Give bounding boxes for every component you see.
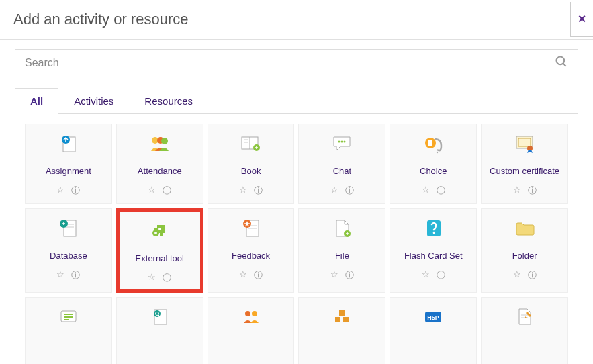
activity-label: Database bbox=[50, 245, 87, 267]
activity-label: Flash Card Set bbox=[404, 245, 463, 267]
search-container bbox=[15, 49, 578, 77]
info-icon[interactable]: ⓘ bbox=[437, 185, 445, 197]
folder-icon bbox=[514, 216, 535, 241]
star-icon[interactable]: ☆ bbox=[148, 272, 156, 284]
activity-choice[interactable]: Choice ☆ ⓘ bbox=[390, 124, 477, 204]
info-icon[interactable]: ⓘ bbox=[345, 269, 354, 281]
activity-label: External tool bbox=[136, 248, 184, 269]
activity-label: Choice bbox=[420, 161, 447, 182]
h5p-icon: H5P bbox=[422, 304, 444, 330]
info-icon[interactable]: ⓘ bbox=[528, 269, 537, 281]
card-actions: ☆ ⓘ bbox=[239, 269, 263, 281]
activity-assignment[interactable]: Assignment ☆ ⓘ bbox=[25, 124, 112, 204]
glossary-icon bbox=[150, 304, 169, 330]
chat-icon bbox=[331, 131, 353, 156]
card-actions: ☆ ⓘ bbox=[513, 185, 537, 197]
svg-point-0 bbox=[557, 57, 565, 65]
page-icon bbox=[516, 304, 533, 330]
search-input[interactable] bbox=[25, 57, 555, 69]
info-icon[interactable]: ⓘ bbox=[345, 185, 354, 197]
star-icon[interactable]: ☆ bbox=[148, 185, 156, 197]
activity-partial-0[interactable] bbox=[25, 297, 112, 364]
info-icon[interactable]: ⓘ bbox=[254, 269, 263, 281]
choice-icon bbox=[422, 131, 444, 156]
card-actions: ☆ ⓘ bbox=[330, 269, 354, 281]
star-icon[interactable]: ☆ bbox=[330, 185, 338, 197]
dialog-content: All Activities Resources Assignment ☆ ⓘ bbox=[0, 40, 593, 364]
activity-book[interactable]: Book ☆ ⓘ bbox=[208, 124, 295, 204]
activity-partial-3[interactable] bbox=[298, 297, 385, 364]
activity-folder[interactable]: Folder ☆ ⓘ bbox=[481, 208, 568, 293]
database-icon bbox=[58, 216, 79, 241]
boxes-icon bbox=[332, 304, 352, 330]
activity-label: Folder bbox=[512, 245, 537, 267]
info-icon[interactable]: ⓘ bbox=[163, 272, 171, 284]
card-actions: ☆ ⓘ bbox=[513, 269, 537, 281]
svg-line-1 bbox=[563, 64, 566, 66]
card-actions: ☆ ⓘ bbox=[148, 185, 171, 197]
flashcard-icon bbox=[423, 216, 443, 241]
activity-custom-certificate[interactable]: Custom certificate ☆ ⓘ bbox=[481, 124, 568, 204]
svg-point-16 bbox=[437, 152, 438, 153]
activity-grid: Assignment ☆ ⓘ Attendance ☆ ⓘ bbox=[25, 124, 568, 364]
forum-icon bbox=[58, 304, 79, 330]
activity-label: Feedback bbox=[232, 245, 270, 267]
activity-partial-5[interactable] bbox=[481, 297, 568, 364]
star-icon[interactable]: ☆ bbox=[239, 185, 247, 197]
dialog-header: Add an activity or resource × bbox=[0, 0, 593, 40]
info-icon[interactable]: ⓘ bbox=[254, 185, 263, 197]
star-icon[interactable]: ☆ bbox=[56, 269, 64, 281]
info-icon[interactable]: ⓘ bbox=[528, 185, 537, 197]
star-icon[interactable]: ☆ bbox=[513, 185, 521, 197]
activity-grid-container: Assignment ☆ ⓘ Attendance ☆ ⓘ bbox=[15, 113, 578, 364]
star-icon[interactable]: ☆ bbox=[422, 269, 430, 281]
star-icon[interactable]: ☆ bbox=[513, 269, 521, 281]
tab-activities[interactable]: Activities bbox=[58, 88, 129, 114]
star-icon[interactable]: ☆ bbox=[239, 269, 247, 281]
star-icon[interactable]: ☆ bbox=[422, 185, 430, 197]
activity-feedback[interactable]: Feedback ☆ ⓘ bbox=[208, 208, 295, 293]
svg-point-44 bbox=[252, 311, 257, 316]
search-icon[interactable] bbox=[555, 55, 568, 71]
activity-file[interactable]: File ☆ ⓘ bbox=[298, 208, 385, 293]
tab-all[interactable]: All bbox=[15, 88, 58, 114]
svg-point-27 bbox=[158, 228, 161, 230]
info-icon[interactable]: ⓘ bbox=[163, 185, 171, 197]
activity-attendance[interactable]: Attendance ☆ ⓘ bbox=[116, 124, 203, 204]
activity-partial-2[interactable] bbox=[208, 297, 295, 364]
card-actions: ☆ ⓘ bbox=[148, 272, 171, 284]
info-icon[interactable]: ⓘ bbox=[437, 269, 445, 281]
card-actions: ☆ ⓘ bbox=[56, 185, 80, 197]
svg-rect-46 bbox=[335, 317, 340, 322]
card-actions: ☆ ⓘ bbox=[330, 185, 354, 197]
certificate-icon bbox=[514, 131, 535, 156]
svg-text:H5P: H5P bbox=[427, 314, 439, 321]
activity-external-tool[interactable]: External tool ☆ ⓘ bbox=[116, 208, 203, 293]
close-button[interactable]: × bbox=[570, 2, 593, 37]
activity-database[interactable]: Database ☆ ⓘ bbox=[25, 208, 112, 293]
svg-rect-45 bbox=[339, 310, 345, 316]
activity-label: File bbox=[335, 245, 349, 267]
card-actions: ☆ ⓘ bbox=[422, 269, 445, 281]
activity-partial-1[interactable] bbox=[116, 297, 203, 364]
tab-resources[interactable]: Resources bbox=[129, 88, 208, 114]
svg-point-14 bbox=[344, 141, 346, 143]
info-icon[interactable]: ⓘ bbox=[71, 185, 80, 197]
svg-point-12 bbox=[338, 141, 340, 143]
svg-rect-47 bbox=[343, 317, 349, 322]
info-icon[interactable]: ⓘ bbox=[71, 269, 80, 281]
activity-flash-card-set[interactable]: Flash Card Set ☆ ⓘ bbox=[390, 208, 477, 293]
star-icon[interactable]: ☆ bbox=[56, 185, 64, 197]
book-icon bbox=[240, 131, 262, 156]
svg-point-43 bbox=[245, 311, 250, 316]
activity-partial-4[interactable]: H5P bbox=[390, 297, 477, 364]
card-actions: ☆ ⓘ bbox=[422, 185, 445, 197]
star-icon[interactable]: ☆ bbox=[330, 269, 338, 281]
attendance-icon bbox=[148, 131, 171, 156]
tabs: All Activities Resources bbox=[15, 88, 578, 114]
card-actions: ☆ ⓘ bbox=[239, 185, 263, 197]
activity-label: Book bbox=[241, 161, 261, 182]
activity-label: Custom certificate bbox=[490, 161, 559, 182]
activity-chat[interactable]: Chat ☆ ⓘ bbox=[298, 124, 385, 204]
close-icon: × bbox=[578, 11, 586, 27]
